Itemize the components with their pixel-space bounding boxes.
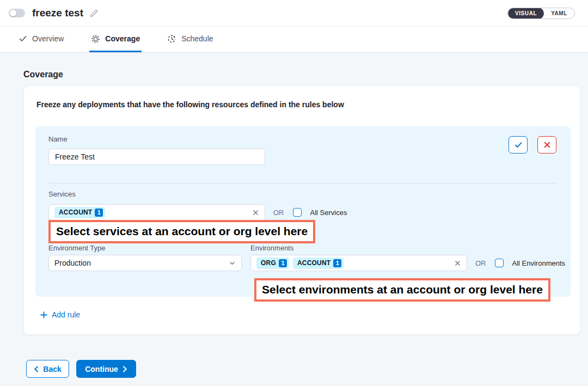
freeze-enabled-toggle[interactable] xyxy=(9,9,25,17)
edit-title-button[interactable] xyxy=(89,8,99,19)
tag-label: ACCOUNT xyxy=(59,209,92,216)
tab-schedule[interactable]: Schedule xyxy=(166,27,215,52)
add-rule-button[interactable]: Add rule xyxy=(40,310,80,319)
environment-tag-account[interactable]: ACCOUNT 1 xyxy=(293,258,344,269)
all-environments-label: All Environments xyxy=(512,259,566,267)
tag-label: ACCOUNT xyxy=(297,259,330,267)
add-rule-label: Add rule xyxy=(52,310,80,319)
coverage-heading: Coverage xyxy=(23,70,588,79)
continue-button[interactable]: Continue xyxy=(76,360,136,378)
services-multiselect[interactable]: ACCOUNT 1 xyxy=(48,204,265,220)
environment-tag-org[interactable]: ORG 1 xyxy=(256,258,289,269)
tab-bar: Overview Coverage Schedule xyxy=(0,27,588,53)
schedule-clock-icon xyxy=(167,34,176,44)
check-icon xyxy=(19,34,27,43)
yaml-segment[interactable]: YAML xyxy=(544,8,574,19)
environments-label: Environments xyxy=(250,244,293,252)
back-button[interactable]: Back xyxy=(26,360,69,378)
clear-environments-icon[interactable] xyxy=(454,260,461,267)
toggle-knob xyxy=(10,10,16,16)
page-title: freeze test xyxy=(32,7,83,19)
confirm-rule-button[interactable] xyxy=(509,136,528,154)
header: freeze test VISUAL YAML xyxy=(0,0,588,27)
visual-yaml-toggle: VISUAL YAML xyxy=(507,8,575,19)
plus-icon xyxy=(40,311,47,318)
services-label: Services xyxy=(48,190,76,198)
cancel-rule-button[interactable] xyxy=(537,136,556,154)
back-label: Back xyxy=(43,365,61,373)
environment-type-value: Production xyxy=(54,259,91,267)
tab-schedule-label: Schedule xyxy=(181,34,213,43)
tab-coverage[interactable]: Coverage xyxy=(89,27,142,52)
name-label: Name xyxy=(48,135,68,143)
environment-type-label: Environment Type xyxy=(48,244,106,252)
coverage-card: Freeze any deployments that have the fol… xyxy=(23,85,580,335)
services-or-group: OR All Services xyxy=(273,208,347,217)
all-services-label: All Services xyxy=(310,209,347,217)
all-services-checkbox[interactable] xyxy=(293,208,302,217)
card-description: Freeze any deployments that have the fol… xyxy=(36,100,571,109)
pencil-icon xyxy=(89,8,99,19)
services-annotation-callout: Select services at an account or org lev… xyxy=(48,220,315,243)
freeze-studio-screen: freeze test VISUAL YAML Overview Coverag… xyxy=(0,0,588,386)
service-tag-account[interactable]: ACCOUNT 1 xyxy=(54,207,105,218)
chevron-left-icon xyxy=(34,366,39,372)
environment-type-select[interactable]: Production xyxy=(48,255,242,271)
main-content: Coverage Freeze any deployments that hav… xyxy=(0,53,588,386)
or-label: OR xyxy=(273,209,284,217)
visual-segment[interactable]: VISUAL xyxy=(508,8,544,19)
tab-overview[interactable]: Overview xyxy=(17,27,65,52)
footer-actions: Back Continue xyxy=(26,360,588,378)
tag-label: ORG xyxy=(261,259,276,267)
tag-count-badge: 1 xyxy=(333,259,341,267)
close-icon xyxy=(543,141,551,149)
or-label: OR xyxy=(475,259,486,267)
rule-confirm-buttons xyxy=(509,136,556,154)
chevron-down-icon xyxy=(229,260,236,267)
clear-services-icon[interactable] xyxy=(252,209,259,216)
tab-coverage-label: Coverage xyxy=(105,34,140,43)
tag-count-badge: 1 xyxy=(95,209,103,217)
tag-count-badge: 1 xyxy=(279,259,287,267)
all-environments-checkbox[interactable] xyxy=(495,259,504,267)
environments-or-group: OR All Environments xyxy=(475,259,565,267)
panel-divider xyxy=(48,183,558,183)
gear-icon xyxy=(91,34,100,44)
x-icon xyxy=(252,209,259,216)
name-input[interactable] xyxy=(48,149,265,165)
chevron-right-icon xyxy=(122,366,127,372)
tab-overview-label: Overview xyxy=(32,34,64,43)
environments-annotation-callout: Select environments at an account or org… xyxy=(254,278,550,302)
x-icon xyxy=(454,260,461,267)
environments-multiselect[interactable]: ORG 1 ACCOUNT 1 xyxy=(250,255,467,271)
continue-label: Continue xyxy=(85,365,118,373)
check-icon xyxy=(514,140,523,149)
rule-panel: Name Services ACCOUNT xyxy=(35,126,571,297)
